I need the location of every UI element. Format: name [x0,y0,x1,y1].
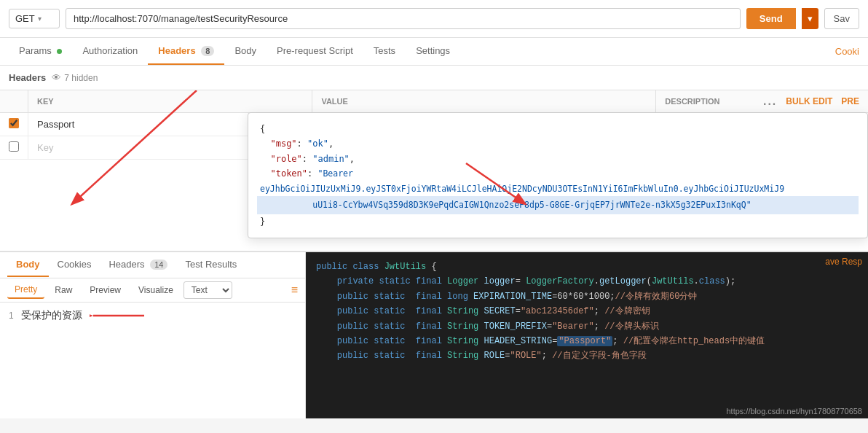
format-select[interactable]: Text JSON HTML [184,281,232,299]
response-left-panel: Body Cookies Headers 14 Test Results Pre… [0,252,306,418]
save-button[interactable]: Sav [824,8,859,29]
send-dropdown-button[interactable]: ▾ [802,8,818,29]
json-brace-close: } [260,214,856,229]
tab-body[interactable]: Body [224,38,267,65]
url-input[interactable] [66,8,741,29]
body-arrow [90,308,148,323]
raw-button[interactable]: Raw [47,282,79,298]
more-options-button[interactable]: ... [763,95,777,108]
tab-test-results[interactable]: Test Results [176,253,245,277]
code-line-2: private static final Logger logger= Logg… [316,274,858,289]
row-checkbox-cell[interactable] [0,136,28,160]
tab-response-body[interactable]: Body [7,253,49,277]
method-label: GET [15,13,35,24]
eye-icon: 👁 [52,72,61,83]
json-token-line2: uU1i8-CcYbw4VSq359d8D3K9ePqdCaIGW1Qnzo2s… [257,196,859,214]
headers-label: Headers [9,72,46,83]
code-content: public class JwtUtils { private static f… [306,252,868,371]
th-description: DESCRIPTION ... Bulk Edit Pre [656,90,868,113]
code-panel: ave Resp public class JwtUtils { private… [306,252,868,418]
cookies-link[interactable]: Cooki [835,46,859,57]
tab-authorization[interactable]: Authorization [72,38,148,65]
th-value: VALUE [312,90,656,113]
code-line-3: public static final long EXPIRATION_TIME… [316,289,858,304]
response-toolbar: Pretty Raw Preview Visualize Text JSON H… [0,278,305,303]
presets-button[interactable]: Pre [841,96,859,106]
code-line-7: public static final String ROLE="ROLE"; … [316,348,858,363]
json-brace-open: { [260,122,856,136]
tab-params[interactable]: Params [9,38,72,65]
request-tabs: Params Authorization Headers 8 Body Pre-… [0,38,868,66]
response-body-content: 1 受保护的资源 [0,303,305,329]
tab-settings[interactable]: Settings [406,38,460,65]
code-line-5: public static final String TOKEN_PREFIX=… [316,319,858,334]
method-chevron: ▾ [38,15,42,23]
code-line-1: public class JwtUtils { [316,260,858,274]
th-checkbox [0,90,28,113]
json-role: "role": "admin", [260,152,856,166]
line-number: 1 [9,311,14,321]
row-checkbox[interactable] [9,141,19,152]
row-checkbox-cell[interactable] [0,113,28,136]
tab-tests[interactable]: Tests [363,38,406,65]
tab-response-cookies[interactable]: Cookies [49,253,100,277]
th-key: KEY [28,90,312,113]
tab-response-headers[interactable]: Headers 14 [100,253,176,277]
row-checkbox[interactable] [9,118,19,128]
bulk-edit-button[interactable]: Bulk Edit [786,96,832,106]
tab-pre-request-script[interactable]: Pre-request Script [267,38,363,65]
method-select[interactable]: GET ▾ [9,9,60,28]
code-line-4: public static final String SECRET="abc12… [316,304,858,319]
bottom-section: Body Cookies Headers 14 Test Results Pre… [0,251,868,418]
save-response-button[interactable]: ave Resp [825,257,862,267]
sub-headers-row: Headers 👁 7 hidden [0,66,868,90]
preview-button[interactable]: Preview [82,282,128,298]
json-token-line1: "token": "Bearer eyJhbGciOiJIUzUxMiJ9.ey… [260,166,856,196]
send-button[interactable]: Send [746,8,796,29]
visualize-button[interactable]: Visualize [131,282,181,298]
code-line-6: public static final String HEADER_STRING… [316,334,858,348]
watermark: https://blog.csdn.net/hyn17808770658 [726,407,862,416]
params-dot [57,49,62,54]
response-tabs: Body Cookies Headers 14 Test Results [0,252,305,278]
tab-headers[interactable]: Headers 8 [148,38,224,65]
hidden-count-badge: 👁 7 hidden [52,72,98,83]
body-text: 受保护的资源 [21,309,82,322]
headers-panel: KEY VALUE DESCRIPTION ... Bulk Edit Pre [0,90,868,251]
pretty-button[interactable]: Pretty [7,281,44,299]
json-msg: "msg": "ok", [260,136,856,151]
top-bar: GET ▾ Send ▾ Sav [0,0,868,38]
wrap-icon[interactable]: ≡ [291,284,298,297]
json-popup: { "msg": "ok", "role": "admin", "token":… [248,112,868,238]
